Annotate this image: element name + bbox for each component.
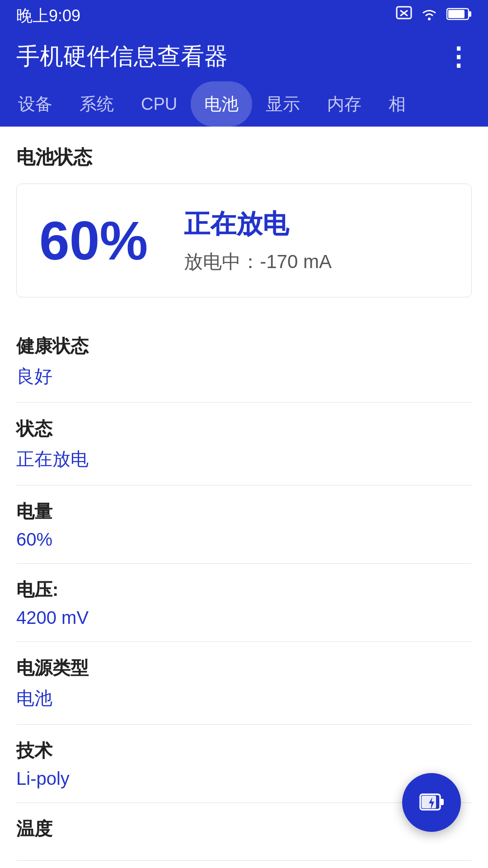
- status-time: 晚上9:09: [16, 5, 80, 27]
- tab-device[interactable]: 设备: [5, 81, 66, 127]
- svg-rect-5: [469, 11, 471, 17]
- info-row-technology: 技术 Li-poly: [16, 725, 472, 803]
- info-label-power-type: 电源类型: [16, 656, 472, 680]
- app-title: 手机硬件信息查看器: [16, 41, 228, 72]
- info-label-voltage: 电压:: [16, 577, 472, 602]
- tab-display[interactable]: 显示: [252, 81, 314, 127]
- tab-cpu[interactable]: CPU: [127, 81, 191, 127]
- svg-rect-8: [440, 799, 444, 805]
- info-row-voltage: 电压: 4200 mV: [16, 564, 472, 642]
- battery-status-detail: 放电中：-170 mA: [184, 249, 332, 274]
- info-value-status: 正在放电: [16, 447, 472, 472]
- info-value-power-type: 电池: [16, 686, 472, 711]
- info-row-health: 健康状态 良好: [16, 320, 472, 403]
- battery-status-info: 正在放电 放电中：-170 mA: [184, 207, 332, 274]
- info-value-health: 良好: [16, 364, 472, 389]
- info-label-temperature: 温度: [16, 816, 472, 841]
- close-icon: [396, 6, 412, 26]
- info-value-voltage: 4200 mV: [16, 608, 472, 628]
- tab-camera[interactable]: 相: [375, 81, 419, 127]
- battery-fab-icon: [418, 789, 445, 816]
- main-content: 电池状态 60% 正在放电 放电中：-170 mA 健康状态 良好 状态 正在放…: [0, 127, 488, 868]
- svg-point-3: [428, 18, 431, 20]
- info-row-level: 电量 60%: [16, 486, 472, 564]
- info-row-status: 状态 正在放电: [16, 403, 472, 486]
- wifi-icon: [420, 6, 438, 26]
- battery-percentage: 60%: [39, 209, 148, 272]
- info-value-technology: Li-poly: [16, 769, 472, 789]
- info-label-level: 电量: [16, 499, 472, 524]
- status-bar: 晚上9:09: [0, 0, 488, 32]
- tab-system[interactable]: 系统: [66, 81, 127, 127]
- status-icons: [396, 6, 472, 26]
- info-label-technology: 技术: [16, 738, 472, 763]
- info-label-health: 健康状态: [16, 334, 472, 359]
- info-row-power-type: 电源类型 电池: [16, 642, 472, 725]
- app-bar: 手机硬件信息查看器 ⋮: [0, 32, 488, 81]
- tab-bar: 设备 系统 CPU 电池 显示 内存 相: [0, 81, 488, 127]
- info-value-level: 60%: [16, 529, 472, 550]
- battery-fab-button[interactable]: [402, 773, 461, 832]
- battery-section-title: 电池状态: [16, 145, 472, 170]
- battery-card: 60% 正在放电 放电中：-170 mA: [16, 184, 472, 297]
- tab-battery[interactable]: 电池: [191, 81, 252, 127]
- svg-rect-6: [448, 10, 465, 18]
- info-label-status: 状态: [16, 416, 472, 441]
- battery-status-icon: [446, 7, 472, 25]
- more-options-button[interactable]: ⋮: [446, 42, 472, 71]
- tab-memory[interactable]: 内存: [314, 81, 375, 127]
- battery-status-title: 正在放电: [184, 207, 332, 242]
